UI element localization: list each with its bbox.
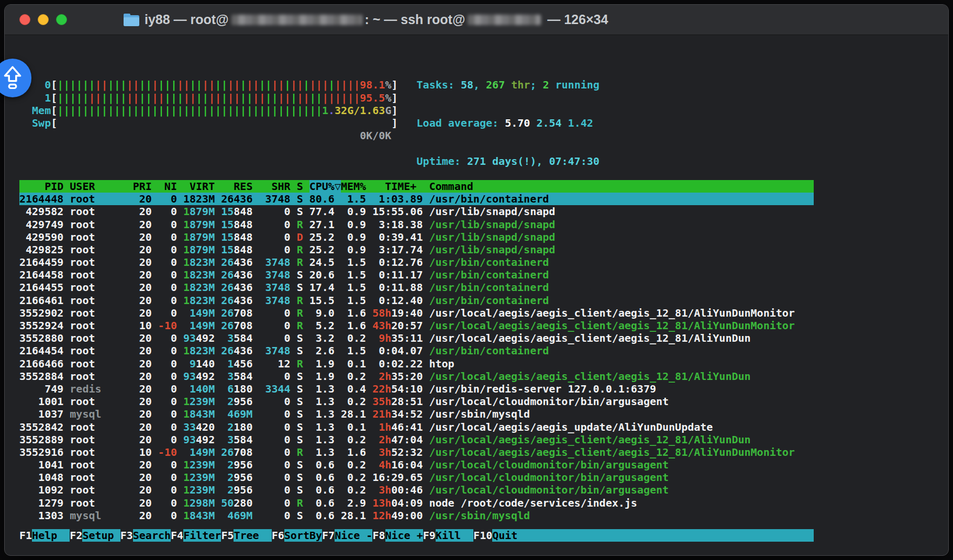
traffic-light-minimize[interactable]: [38, 14, 49, 25]
meter-bar: |: [272, 79, 278, 91]
process-row[interactable]: 1001root2001239M29560S1.30.235h28:51/usr…: [19, 395, 814, 408]
terminal-content: 0[||||||||||||||||||||||||||||||||||||||…: [5, 36, 948, 555]
column-header-res[interactable]: RES: [221, 180, 252, 193]
process-row[interactable]: 3552924root10-10149M267080R5.21.643h20:5…: [19, 319, 814, 332]
fkey-number: F1: [19, 529, 32, 542]
process-row[interactable]: 1048root2001239M29560S0.60.216:29.65/usr…: [19, 471, 814, 484]
column-header-mem[interactable]: MEM%: [341, 180, 366, 193]
column-header-time[interactable]: TIME+: [372, 180, 423, 193]
cell-res: 26436: [221, 193, 252, 205]
fkey-f5-tree[interactable]: F5Tree: [221, 529, 271, 542]
process-row[interactable]: 2164455root2001823M264363748S17.41.50:11…: [19, 281, 814, 294]
fkey-bar-fill: [530, 529, 814, 542]
fkey-f4-filter[interactable]: F4Filter: [171, 529, 221, 542]
cell-time: 43h20:57: [372, 319, 423, 332]
traffic-light-close[interactable]: [19, 14, 30, 25]
process-row[interactable]: 749redis200140M61803344S1.30.422h54:10/u…: [19, 383, 814, 395]
fkey-f9-kill[interactable]: F9Kill: [423, 529, 473, 542]
process-row[interactable]: 429582root2001879M158480S77.40.915:55.06…: [19, 205, 814, 218]
process-row[interactable]: 2166466root2009140145612R1.90.10:02.22ht…: [19, 357, 814, 370]
process-row[interactable]: 1279root2001298M502800R0.62.913h04:09nod…: [19, 497, 814, 509]
fkey-f1-help[interactable]: F1Help: [19, 529, 70, 542]
column-header-ni[interactable]: NI: [158, 180, 177, 193]
process-row[interactable]: 429825root2001879M158480R25.20.93:17.74/…: [19, 243, 814, 256]
meter-bar: |: [240, 104, 247, 117]
meter-bar: |: [278, 92, 284, 104]
cell-command: /usr/lib/snapd/snapd: [429, 231, 814, 243]
cell-shr: 0: [259, 458, 290, 471]
cell-time: 3h00:46: [372, 484, 423, 496]
cell-virt: 149M: [183, 319, 215, 332]
meter-bar: |: [183, 104, 190, 117]
process-row[interactable]: 3552902root200149M267080R9.01.658h19:40/…: [19, 307, 814, 319]
fkey-f10-quit[interactable]: F10Quit: [473, 529, 530, 542]
process-row[interactable]: 2164454root2001823M264363748S2.61.50:04.…: [19, 344, 814, 357]
process-row[interactable]: 1303mysql2001843M469M0S0.628.112h49:00/u…: [19, 509, 814, 522]
meter-bar: |: [240, 92, 247, 104]
column-header-pri[interactable]: PRI: [133, 180, 152, 193]
process-row[interactable]: 1037mysql2001843M469M0S1.328.121h34:52/u…: [19, 408, 814, 420]
column-header-virt[interactable]: VIRT: [183, 180, 215, 193]
cell-cpu-percent: 80.6: [309, 193, 335, 205]
fkey-f3-search[interactable]: F3Search: [120, 529, 171, 542]
fkey-number: F6: [272, 529, 284, 542]
cell-time: 4h16:04: [372, 458, 423, 471]
process-row[interactable]: 429590root2001879M158480D25.20.90:39.41/…: [19, 231, 814, 243]
fkey-f7-nice-[interactable]: F7Nice -: [322, 529, 372, 542]
cell-time: 35h28:51: [372, 395, 423, 408]
cell-time: 16:29.65: [372, 471, 423, 484]
cell-nice: 0: [158, 484, 177, 496]
cell-virt: 1239M: [183, 458, 215, 471]
column-header-s[interactable]: S: [297, 180, 303, 193]
process-row[interactable]: 3552842root2003342021800S1.30.11h46:41/u…: [19, 421, 814, 433]
process-row[interactable]: 2164459root2001823M264363748R24.51.50:12…: [19, 256, 814, 268]
process-row[interactable]: 3552880root2009349235840S3.20.29h35:11/u…: [19, 332, 814, 344]
meter-bar: |: [108, 79, 114, 91]
process-row[interactable]: 2166461root2001823M264363748R15.51.50:12…: [19, 294, 814, 307]
fkey-f2-setup[interactable]: F2Setup: [70, 529, 120, 542]
process-row[interactable]: 429749root2001879M158480R27.10.93:18.38/…: [19, 218, 814, 231]
cell-cpu-percent: 2.6: [309, 344, 335, 357]
fkey-f6-sortby[interactable]: F6SortBy: [272, 529, 322, 542]
column-header-user[interactable]: USER: [70, 180, 126, 193]
cell-nice: 0: [158, 370, 177, 383]
tasks-summary: Tasks: 58, 267 thr; 2 running: [417, 79, 600, 91]
meter-bar: |: [303, 79, 309, 91]
cell-virt: 1879M: [183, 205, 215, 218]
cell-mem-percent: 28.1: [341, 408, 366, 420]
cell-time: 1h46:41: [372, 421, 423, 433]
meter-bar: |: [164, 92, 171, 104]
process-row[interactable]: 3552884root2009349235840S1.90.22h35:20/u…: [19, 370, 814, 383]
meter-bar: |: [146, 79, 152, 91]
cell-user: root: [70, 307, 126, 319]
process-row-selected[interactable]: 2164448root2001823M264363748S80.61.51:03…: [19, 193, 814, 205]
process-row[interactable]: 1041root2001239M29560S0.60.24h16:04/usr/…: [19, 458, 814, 471]
cell-nice: -10: [158, 319, 177, 332]
process-row[interactable]: 3552916root10-10149M267080R1.31.63h52:32…: [19, 446, 814, 458]
fkey-f8-nice+[interactable]: F8Nice +: [372, 529, 423, 542]
meter-bar: |: [76, 92, 82, 104]
process-row[interactable]: 2164458root2001823M264363748S20.61.50:11…: [19, 268, 814, 281]
cell-cpu-percent: 1.3: [309, 395, 335, 408]
process-row[interactable]: 1092root2001239M29560S0.60.23h00:46/usr/…: [19, 484, 814, 496]
cell-mem-percent: 0.2: [341, 484, 366, 496]
fkey-label: Search: [133, 529, 171, 542]
column-header-pid[interactable]: PID: [19, 180, 63, 193]
cell-res: 15848: [221, 243, 252, 256]
cell-virt: 1823M: [183, 281, 215, 294]
meter-bar: |: [259, 104, 265, 117]
cell-user: root: [70, 344, 126, 357]
cell-time: 1:03.89: [372, 193, 423, 205]
meter-bar: |: [57, 104, 63, 117]
terminal-window: iy88 — root@: ~ — ssh root@ — 126×34 0[|…: [4, 4, 949, 556]
cell-time: 22h54:10: [372, 383, 423, 395]
cell-priority: 20: [133, 383, 152, 395]
cell-command: /usr/bin/containerd: [429, 256, 814, 268]
column-header-shr[interactable]: SHR: [259, 180, 290, 193]
traffic-light-zoom[interactable]: [56, 14, 67, 25]
column-header-cpu[interactable]: CPU%▽: [309, 180, 335, 193]
meter-bar: |: [70, 79, 76, 91]
cell-virt: 1298M: [183, 497, 215, 509]
process-row[interactable]: 3552889root2009349235840S1.30.22h47:04/u…: [19, 433, 814, 446]
cell-mem-percent: 1.6: [341, 446, 366, 458]
